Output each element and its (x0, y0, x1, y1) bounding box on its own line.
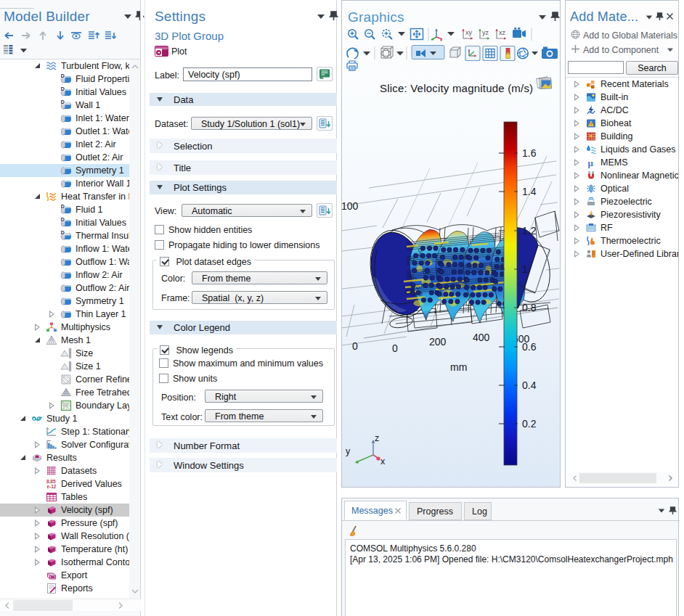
svg-text:0.6: 0.6 (522, 341, 537, 353)
svg-text:e-12: e-12 (47, 484, 57, 489)
svg-text:*: * (52, 517, 55, 524)
svg-text:0: 0 (352, 340, 358, 352)
svg-text:0.2: 0.2 (522, 418, 537, 430)
svg-text:1: 1 (522, 263, 528, 275)
svg-text:yz: yz (482, 29, 489, 36)
svg-text:mm: mm (450, 361, 467, 373)
svg-text:0.8: 0.8 (522, 302, 537, 313)
svg-text:z: z (375, 433, 379, 443)
svg-text:D: D (61, 73, 65, 78)
svg-text:D: D (61, 99, 65, 104)
svg-text:8.85: 8.85 (46, 479, 56, 484)
svg-text:D: D (61, 86, 65, 91)
svg-text:y: y (346, 446, 351, 456)
svg-text:xz: xz (499, 29, 506, 36)
svg-text:200: 200 (429, 336, 447, 348)
svg-text:1.2: 1.2 (522, 225, 537, 237)
svg-text:0: 0 (392, 342, 398, 354)
svg-text:x: x (380, 456, 386, 467)
svg-text:D: D (61, 204, 65, 209)
svg-text:*: * (52, 557, 55, 563)
svg-text:μ: μ (588, 157, 594, 168)
svg-text:*: * (52, 530, 55, 537)
svg-text:D: D (61, 230, 65, 235)
svg-text:xy: xy (465, 29, 473, 36)
svg-text:400: 400 (473, 332, 490, 343)
svg-text:1.6: 1.6 (522, 147, 537, 159)
svg-text:100: 100 (342, 200, 359, 212)
svg-text:0.4: 0.4 (522, 379, 537, 391)
svg-text:*: * (52, 543, 55, 550)
svg-text:D: D (61, 217, 65, 222)
svg-text:1.4: 1.4 (522, 186, 537, 197)
